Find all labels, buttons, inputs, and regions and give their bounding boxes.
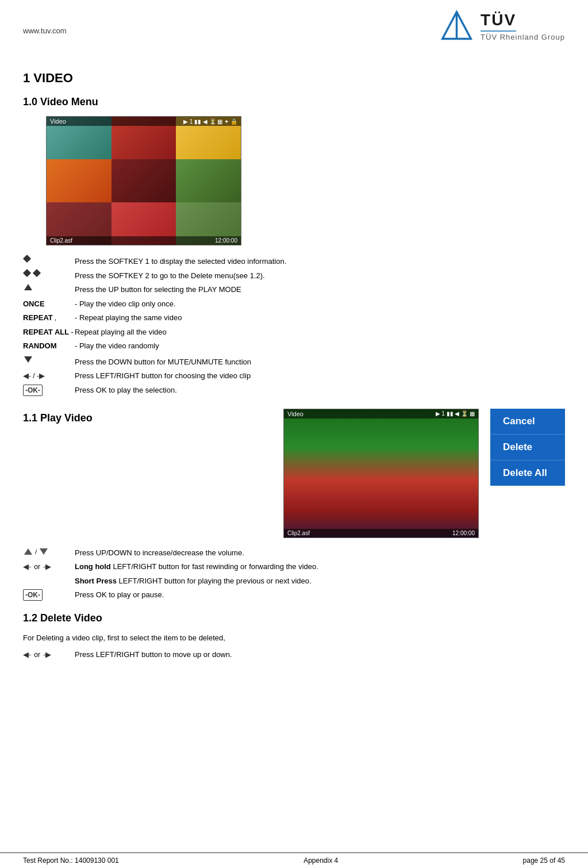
instr-text-longhold: Long hold LEFT/RIGHT button for fast rew…: [75, 561, 565, 573]
repeat-label: REPEAT: [23, 312, 53, 324]
instr-icon-down: [23, 356, 75, 363]
video-screen-1-0: Video ▶ 1 ▮▮ ◀ ⏳ ▦ ✦ 🔒 Clip2.asf 1: [46, 116, 241, 245]
instr-icon-0: [23, 256, 75, 262]
delete-all-button[interactable]: Delete All: [490, 460, 565, 486]
vg-cell-6: [176, 159, 241, 202]
screen-filename-1-0: Clip2.asf: [50, 237, 72, 244]
footer-center: Appendix 4: [303, 857, 338, 865]
tuv-triangle-icon: [441, 10, 472, 42]
diamond-icon-1b: [33, 268, 41, 276]
section1-2-container: 1.2 Delete Video For Deleting a video cl…: [23, 612, 565, 660]
section1-2-para: For Deleting a video clip, first to sele…: [23, 632, 565, 644]
instr-row-1-2: ◀- or -▶ Press LEFT/RIGHT button to move…: [23, 649, 565, 660]
video-grid-1-0: [47, 117, 241, 245]
section1-1-left: 1.1 Play Video: [23, 409, 272, 432]
tuv-text-block: TÜV TÜV Rheinland Group: [481, 11, 565, 41]
header-left: www.tuv.com: [23, 10, 67, 35]
tuv-title: TÜV: [481, 11, 516, 32]
main-content: 1 VIDEO 1.0 Video Menu Video ▶ 1 ▮▮ ◀ ⏳ …: [0, 48, 588, 674]
screenshot-container-1-0: Video ▶ 1 ▮▮ ◀ ⏳ ▦ ✦ 🔒 Clip2.asf 1: [23, 116, 565, 245]
video-screen-1-1: Video ▶ 1 ▮▮ ◀ ⏳ ▦ Clip2.asf 12:00:00: [283, 409, 479, 538]
footer-left: Test Report No.: 14009130 001: [23, 857, 119, 865]
arrow-left-icon: ◀-: [23, 370, 31, 382]
screen-popup-group: Video ▶ 1 ▮▮ ◀ ⏳ ▦ Clip2.asf 12:00:00: [283, 409, 565, 538]
instr-text-random: - Play the video randomly: [75, 340, 565, 352]
instr-icon-repeat: REPEAT,: [23, 312, 75, 324]
screen-top-bar-1-0: Video ▶ 1 ▮▮ ◀ ⏳ ▦ ✦ 🔒: [47, 117, 241, 126]
section1-1-container: 1.1 Play Video Video ▶ 1 ▮▮ ◀ ⏳ ▦: [23, 409, 565, 601]
instr-icon-once: ONCE: [23, 298, 75, 310]
instr-row-2: Press the UP button for selecting the PL…: [23, 284, 565, 295]
screen-time-1-1: 12:00:00: [452, 530, 475, 536]
instr-icon-ok: -OK-: [23, 385, 75, 396]
short-press-label: Short Press: [75, 577, 117, 585]
instructions-list-1-1: / Press UP/DOWN to increase/decrease the…: [23, 547, 565, 601]
screen-bottom-bar-1-0: Clip2.asf 12:00:00: [47, 236, 241, 245]
instr-row-0: Press the SOFTKEY 1 to display the selec…: [23, 256, 565, 267]
screen-icons-1-1: ▶ 1 ▮▮ ◀ ⏳ ▦: [436, 410, 475, 417]
instr-row-once: ONCE - Play the video clip only once.: [23, 298, 565, 310]
instr-text-once: - Play the video clip only once.: [75, 298, 565, 310]
triangle-up-icon: [24, 284, 32, 290]
section1-2-title: 1.2 Delete Video: [23, 612, 565, 624]
section1-1-right: Video ▶ 1 ▮▮ ◀ ⏳ ▦ Clip2.asf 12:00:00: [283, 409, 565, 538]
website-url: www.tuv.com: [23, 26, 67, 35]
section1-title: 1 VIDEO: [23, 71, 565, 86]
instr-row-short: Short Press LEFT/RIGHT button for playin…: [23, 575, 565, 587]
instr-row-repeat-all: REPEAT ALL- Repeat playing all the video: [23, 327, 565, 338]
instructions-list-1-0: Press the SOFTKEY 1 to display the selec…: [23, 256, 565, 396]
long-hold-label: Long hold: [75, 562, 111, 571]
instr-icon-1-2: ◀- or -▶: [23, 649, 75, 660]
header: www.tuv.com TÜV TÜV Rheinland Group: [0, 0, 588, 48]
instr-row-random: RANDOM - Play the video randomly: [23, 340, 565, 352]
random-label: RANDOM: [23, 340, 57, 352]
header-right: TÜV TÜV Rheinland Group: [441, 10, 565, 42]
instr-text-ok2: Press OK to play or pause.: [75, 589, 565, 601]
triangle-down-icon: [24, 356, 32, 363]
cancel-button[interactable]: Cancel: [490, 409, 565, 435]
tuv-subtitle: TÜV Rheinland Group: [481, 33, 565, 41]
instr-row-1: Press the SOFTKEY 2 to go to the Delete …: [23, 270, 565, 282]
diamond-icon-1a: [23, 268, 31, 276]
instr-icon-repeat-all: REPEAT ALL-: [23, 327, 75, 338]
instr-row-repeat: REPEAT, - Repeat playing the same video: [23, 312, 565, 324]
instr-row-ok2: -OK- Press OK to play or pause.: [23, 589, 565, 601]
tab-label-1-1: Video: [287, 410, 303, 417]
screen-top-bar-1-1: Video ▶ 1 ▮▮ ◀ ⏳ ▦: [284, 409, 478, 418]
delete-popup: Cancel Delete Delete All: [490, 409, 565, 486]
instr-text-updown: Press UP/DOWN to increase/decrease the v…: [75, 547, 565, 559]
instr-icon-lr-or: ◀- or -▶: [23, 561, 75, 573]
instr-text-lr: Press LEFT/RIGHT button for choosing the…: [75, 370, 565, 382]
vg-cell-4: [47, 159, 112, 202]
instr-icon-random: RANDOM: [23, 340, 75, 352]
arrow-left-icon-2: ◀-: [23, 561, 31, 573]
instr-icon-ok2: -OK-: [23, 589, 75, 601]
up-arrow-icon: [24, 548, 32, 555]
instr-icon-lr: ◀- / -▶: [23, 370, 75, 382]
video-content-1-1: [284, 409, 478, 537]
footer-bar: Test Report No.: 14009130 001 Appendix 4…: [0, 852, 588, 868]
instr-icon-1: [23, 270, 75, 276]
instr-row-lr-or: ◀- or -▶ Long hold LEFT/RIGHT button for…: [23, 561, 565, 573]
down-arrow-icon: [40, 548, 48, 555]
screen-time-1-0: 12:00:00: [215, 237, 237, 244]
instr-text-repeat-all: Repeat playing all the video: [75, 327, 565, 338]
footer-right: page 25 of 45: [523, 857, 565, 865]
instr-text-down: Press the DOWN button for MUTE/UNMUTE fu…: [75, 356, 565, 368]
delete-button[interactable]: Delete: [490, 435, 565, 460]
screenshot-1-1-wrapper: Video ▶ 1 ▮▮ ◀ ⏳ ▦ Clip2.asf 12:00:00: [283, 409, 565, 538]
section1-1-title: 1.1 Play Video: [23, 412, 272, 424]
arrow-right-icon-3: -▶: [43, 649, 51, 660]
repeat-all-label: REPEAT ALL: [23, 327, 69, 338]
ok-icon-2: -OK-: [23, 589, 43, 601]
instr-row-down: Press the DOWN button for MUTE/UNMUTE fu…: [23, 356, 565, 368]
instr-text-1: Press the SOFTKEY 2 to go to the Delete …: [75, 270, 565, 282]
instr-text-2: Press the UP button for selecting the PL…: [75, 284, 565, 295]
instr-row-ok: -OK- Press OK to play the selection.: [23, 385, 565, 396]
arrow-right-icon-2: -▶: [43, 561, 51, 573]
section1-1-layout: 1.1 Play Video Video ▶ 1 ▮▮ ◀ ⏳ ▦: [23, 409, 565, 538]
instr-icon-updown: /: [23, 547, 75, 557]
instr-text-1-2: Press LEFT/RIGHT button to move up or do…: [75, 649, 565, 660]
tuv-logo: TÜV TÜV Rheinland Group: [441, 10, 565, 42]
screen-bottom-bar-1-1: Clip2.asf 12:00:00: [284, 529, 478, 537]
